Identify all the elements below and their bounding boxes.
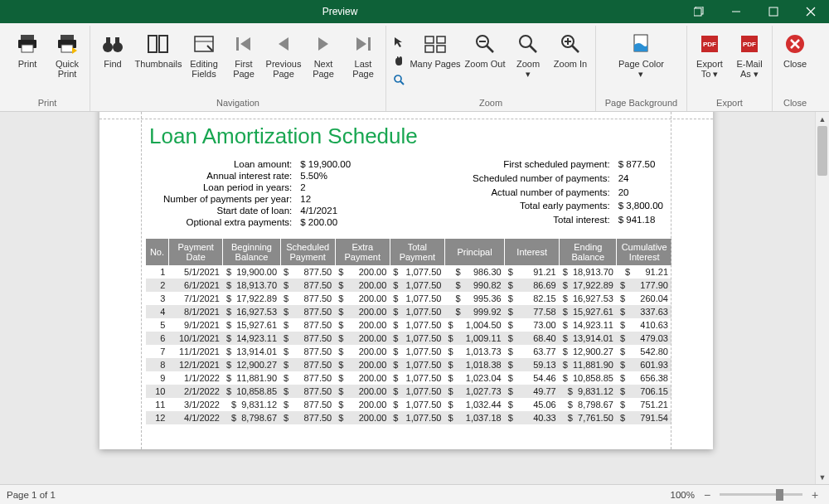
zoom-lbl: Zoom▾: [516, 59, 540, 79]
svg-rect-16: [148, 36, 157, 52]
table-cell: $ 177.90: [617, 279, 671, 292]
quick-print-label: QuickPrint: [56, 59, 79, 79]
zoom-minus-button[interactable]: −: [700, 487, 715, 502]
column-header: EndingBalance: [560, 239, 617, 265]
zoom-in-button[interactable]: Zoom In: [549, 29, 592, 80]
table-cell: 9/1/2021: [168, 318, 222, 332]
scroll-down-button[interactable]: ▼: [816, 470, 829, 484]
table-cell: $ 1,009.11: [444, 332, 504, 345]
table-cell: $ 18,913.70: [223, 279, 280, 292]
editing-fields-button[interactable]: EditingFields: [185, 29, 223, 80]
restore-window-icon[interactable]: [680, 0, 717, 23]
table-cell: $ 86.69: [505, 279, 560, 292]
last-page-icon: [350, 31, 376, 57]
table-cell: $ 16,927.53: [223, 305, 280, 318]
zoom-out-button[interactable]: Zoom Out: [463, 29, 507, 80]
table-cell: $ 995.36: [444, 292, 504, 305]
zoom-icon: [515, 31, 541, 57]
table-cell: $ 1,004.50: [444, 318, 504, 332]
close-window-button[interactable]: [792, 0, 829, 23]
table-cell: $ 9,831.12: [223, 398, 280, 411]
table-cell: $ 200.00: [335, 358, 390, 371]
pointer-tool-button[interactable]: [390, 32, 408, 51]
group-label-close: Close: [783, 95, 807, 111]
close-icon: [782, 31, 808, 57]
table-cell: 5: [146, 318, 168, 332]
export-to-button[interactable]: PDF ExportTo ▾: [691, 29, 729, 80]
scroll-thumb[interactable]: [817, 126, 827, 176]
table-cell: $ 542.80: [617, 345, 671, 358]
summary-value: 12: [300, 194, 365, 204]
table-row: 37/1/2021$ 17,922.89$ 877.50$ 200.00$ 1,…: [146, 292, 671, 305]
quick-print-button[interactable]: QuickPrint: [48, 29, 86, 80]
close-button[interactable]: Close: [776, 29, 814, 80]
table-cell: $ 479.03: [617, 332, 671, 345]
vertical-scrollbar[interactable]: ▲ ▼: [815, 112, 829, 484]
minimize-window-button[interactable]: [717, 0, 754, 23]
print-button[interactable]: Print: [8, 29, 46, 80]
table-cell: 11: [146, 398, 168, 411]
table-cell: 12: [146, 411, 168, 424]
svg-rect-28: [437, 46, 445, 52]
zoom-out-lbl: Zoom Out: [465, 59, 506, 79]
thumbnails-button[interactable]: Thumbnails: [133, 29, 183, 80]
editing-fields-icon: [191, 31, 217, 57]
first-page-icon: [230, 31, 257, 57]
table-cell: $ 14,923.11: [560, 318, 617, 332]
margin-top-guide: [99, 119, 713, 119]
find-button[interactable]: Find: [94, 29, 132, 80]
workspace: Loan Amortization Schedule Loan amount:$…: [0, 112, 829, 484]
magnifier-tool-button[interactable]: [390, 70, 408, 89]
table-cell: $ 1,077.50: [390, 398, 444, 411]
last-page-button[interactable]: LastPage: [344, 29, 382, 80]
maximize-window-button[interactable]: [754, 0, 792, 23]
many-pages-label: Many Pages: [410, 59, 460, 79]
zoom-slider-thumb[interactable]: [776, 489, 783, 501]
email-as-button[interactable]: PDF E-MailAs ▾: [730, 29, 768, 80]
table-cell: $ 877.50: [280, 318, 335, 332]
table-cell: $ 200.00: [335, 411, 390, 424]
scroll-track[interactable]: [816, 126, 829, 470]
group-label-print: Print: [38, 95, 57, 111]
table-cell: 4: [146, 305, 168, 318]
quick-print-icon: [54, 31, 80, 57]
table-cell: $ 19,900.00: [223, 265, 280, 279]
table-cell: $ 410.63: [617, 318, 671, 332]
table-cell: 7: [146, 345, 168, 358]
first-page-button[interactable]: FirstPage: [225, 29, 263, 80]
table-row: 124/1/2022$ 8,798.67$ 877.50$ 200.00$ 1,…: [146, 411, 671, 424]
summary-label: Total early payments:: [473, 201, 610, 213]
summary-label: First scheduled payment:: [473, 159, 610, 172]
zoom-plus-button[interactable]: +: [807, 487, 822, 502]
zoom-button[interactable]: Zoom▾: [509, 29, 547, 80]
table-cell: $ 12,900.27: [223, 358, 280, 371]
zoom-slider[interactable]: [720, 493, 802, 496]
table-cell: $ 18,913.70: [560, 265, 617, 279]
ribbon-group-export: PDF ExportTo ▾ PDF E-MailAs ▾ Export: [687, 26, 773, 111]
hand-tool-button[interactable]: [390, 51, 408, 70]
table-cell: $ 17,922.89: [223, 292, 280, 305]
table-cell: $ 73.00: [505, 318, 560, 332]
summary-value: 24: [618, 173, 663, 186]
table-row: 48/1/2021$ 16,927.53$ 877.50$ 200.00$ 1,…: [146, 305, 671, 318]
scroll-up-button[interactable]: ▲: [816, 112, 829, 126]
table-cell: $ 49.77: [505, 385, 560, 398]
svg-line-24: [400, 81, 404, 85]
pdf-email-icon: PDF: [736, 31, 763, 57]
next-page-button[interactable]: NextPage: [304, 29, 342, 80]
table-cell: $ 877.50: [280, 411, 335, 424]
many-pages-button[interactable]: Many Pages: [410, 29, 461, 80]
table-cell: $ 877.50: [280, 332, 335, 345]
page-color-button[interactable]: Page Color▾: [614, 29, 669, 80]
editing-fields-label: EditingFields: [190, 59, 218, 79]
table-cell: $ 8,798.67: [223, 411, 280, 424]
table-cell: $ 1,077.50: [390, 385, 444, 398]
summary-value: 5.50%: [300, 171, 365, 181]
page-viewport[interactable]: Loan Amortization Schedule Loan amount:$…: [0, 112, 815, 484]
previous-page-button[interactable]: PreviousPage: [264, 29, 303, 80]
amortization-table: No.PaymentDateBeginningBalanceScheduledP…: [146, 239, 671, 424]
table-cell: $ 13,914.01: [560, 332, 617, 345]
titlebar: Preview: [0, 0, 829, 23]
table-row: 812/1/2021$ 12,900.27$ 877.50$ 200.00$ 1…: [146, 358, 671, 371]
ribbon-group-navigation: Find Thumbnails EditingFields FirstPage …: [90, 26, 386, 111]
